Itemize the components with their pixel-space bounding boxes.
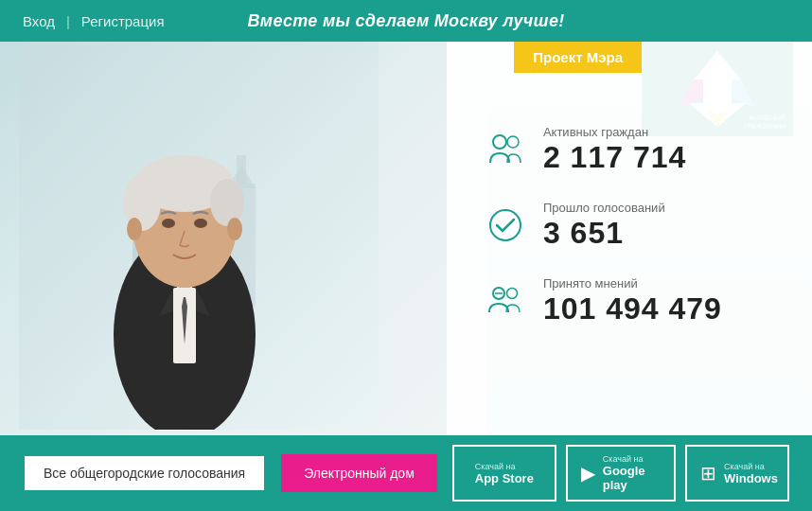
svg-point-29 (490, 210, 521, 240)
svg-point-20 (127, 218, 142, 240)
opinions-icon (485, 280, 526, 322)
appstore-sub: Скачай на (475, 462, 534, 471)
header-nav: Вход | Регистрация (23, 13, 165, 29)
svg-point-27 (493, 135, 506, 149)
store-buttons: Скачай на App Store ▶ Скачай на Google p… (452, 445, 789, 502)
stat-votes-content: Прошло голосований 3 651 (543, 201, 665, 250)
svg-point-18 (162, 219, 175, 228)
googleplay-icon: ▶ (581, 462, 595, 485)
stat-opinions-label: Принято мнений (543, 276, 722, 291)
stat-opinions: Принято мнений 101 494 479 (485, 276, 784, 326)
stat-citizens-label: Активных граждан (543, 125, 686, 139)
header: Вход | Регистрация Вместе мы сделаем Мос… (0, 0, 812, 42)
windows-text: Скачай на Windows (724, 462, 778, 485)
citizens-icon (485, 129, 526, 170)
header-tagline: Вместе мы сделаем Москву лучше! (247, 11, 564, 31)
svg-point-31 (506, 289, 517, 299)
windows-icon: ⊞ (700, 462, 716, 485)
login-link[interactable]: Вход (23, 13, 55, 29)
hero-section: Проект Мэра АКТИВНЫЙГРАЖДАНИН (0, 42, 812, 435)
appstore-button[interactable]: Скачай на App Store (452, 445, 556, 502)
stat-citizens-content: Активных граждан 2 117 714 (543, 125, 686, 174)
stat-votes: Прошло голосований 3 651 (485, 201, 784, 250)
stat-votes-value: 3 651 (543, 217, 665, 250)
electronic-home-button[interactable]: Электронный дом (281, 454, 437, 492)
person-image (19, 42, 379, 430)
windows-button[interactable]: ⊞ Скачай на Windows (685, 445, 789, 502)
svg-point-17 (210, 179, 244, 226)
stat-opinions-content: Принято мнений 101 494 479 (543, 276, 722, 326)
svg-point-19 (194, 219, 207, 228)
stat-votes-label: Прошло голосований (543, 201, 665, 215)
googleplay-sub: Скачай на (603, 454, 661, 464)
appstore-text: Скачай на App Store (475, 462, 534, 485)
svg-rect-6 (237, 155, 246, 184)
votes-icon (485, 204, 526, 246)
svg-point-21 (227, 218, 242, 240)
googleplay-name: Google play (603, 464, 661, 492)
windows-name: Windows (724, 471, 778, 485)
all-votes-button[interactable]: Все общегородские голосования (23, 454, 266, 492)
main-wrapper: Вход | Регистрация Вместе мы сделаем Мос… (0, 0, 812, 511)
appstore-name: App Store (475, 471, 534, 485)
stat-citizens: Активных граждан 2 117 714 (485, 125, 784, 174)
stats-panel: Активных граждан 2 117 714 Прошло голосо… (447, 42, 812, 435)
nav-divider: | (66, 13, 70, 29)
svg-point-28 (507, 136, 519, 148)
googleplay-button[interactable]: ▶ Скачай на Google play (566, 445, 676, 502)
register-link[interactable]: Регистрация (81, 13, 165, 29)
project-mayor-badge: Проект Мэра (514, 42, 642, 73)
googleplay-text: Скачай на Google play (603, 454, 661, 492)
stat-citizens-value: 2 117 714 (543, 141, 686, 174)
windows-sub: Скачай на (724, 462, 778, 471)
bottom-bar: Все общегородские голосования Электронны… (0, 435, 812, 511)
stat-opinions-value: 101 494 479 (543, 292, 722, 326)
